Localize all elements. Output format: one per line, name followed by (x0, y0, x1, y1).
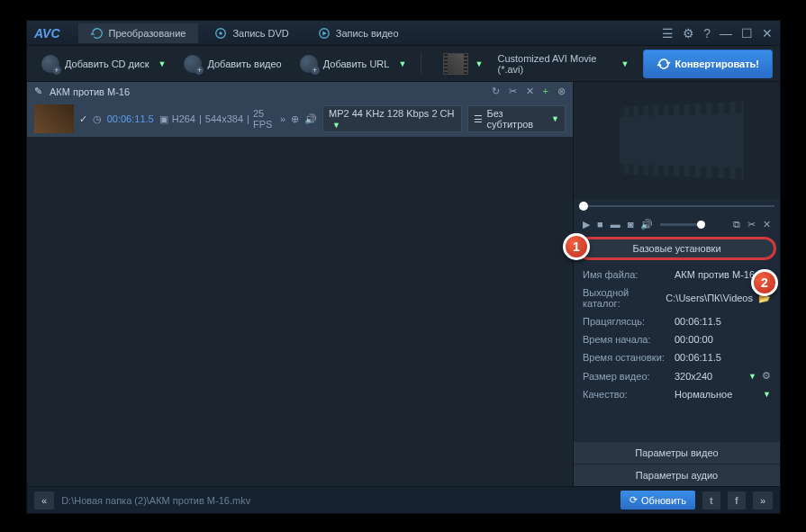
label: Имя файла: (583, 269, 669, 280)
convert-button[interactable]: Конвертировать! (643, 50, 773, 78)
value: 00:06:11.5 (675, 316, 771, 327)
annotation-badge-1: 1 (563, 233, 590, 260)
volume-slider[interactable] (660, 223, 705, 226)
collapse-right-button[interactable]: » (753, 491, 773, 509)
duration: 00:06:11.5 (107, 113, 154, 124)
check-icon[interactable]: ✓ (79, 113, 87, 125)
fx-icon[interactable]: ✕ (763, 219, 771, 230)
outdir-value: C:\Users\ПК\Videos (666, 293, 753, 303)
globe-icon[interactable]: ⊕ (291, 113, 299, 125)
add-video-button[interactable]: Добавить видео (177, 50, 288, 77)
basic-settings: Имя файла: АКМ против М-16 Выходной ката… (574, 262, 780, 407)
section-basic[interactable]: Базовые установки 1 2 (577, 237, 776, 260)
label: Качество: (583, 389, 669, 400)
thumbnail[interactable] (34, 104, 74, 133)
play-icon[interactable]: ▶ (583, 219, 590, 230)
side-panel: ▶ ■ ▬ ◙ 🔊 ⧉ ✂ ✕ Базовые установки 1 2 И (573, 82, 780, 486)
format-select[interactable]: Customized AVI Movie (*.avi) ▼ (486, 53, 639, 75)
video-icon (184, 55, 202, 73)
close-icon[interactable]: ✕ (762, 26, 773, 41)
file-list: ✎ АКМ против М-16 ↻ ✂ ✕ + ⊗ ✓ ◷ 00:06:11… (27, 82, 573, 486)
close-icon[interactable]: ⊗ (557, 86, 566, 97)
tab-label: Запись DVD (232, 28, 288, 39)
arrow-icon: » (280, 113, 285, 124)
row-filename: Имя файла: АКМ против М-16 (583, 266, 771, 284)
chevron-down-icon[interactable]: ▼ (748, 372, 756, 381)
minimize-icon[interactable]: — (720, 26, 732, 41)
titlebar: AVC Преобразование Запись DVD Запись вид… (27, 21, 780, 46)
quality-select[interactable]: Нормальное (675, 389, 754, 400)
facebook-icon[interactable]: f (728, 491, 746, 509)
add-url-button[interactable]: Добавить URL ▼ (293, 50, 414, 77)
row-outdir: Выходной каталог: C:\Users\ПК\Videos 📂 (583, 284, 771, 312)
app-window: AVC Преобразование Запись DVD Запись вид… (26, 20, 781, 514)
chevron-down-icon: ▼ (158, 59, 167, 68)
chevron-down-icon[interactable]: ▼ (475, 59, 484, 68)
tab-video[interactable]: Запись видео (305, 23, 412, 43)
maximize-icon[interactable]: ☐ (741, 26, 753, 41)
gear-icon[interactable]: ⚙ (762, 370, 771, 382)
toolbar: Добавить CD диск ▼ Добавить видео Добави… (27, 46, 780, 82)
label: Выходной каталог: (583, 287, 660, 309)
file-path: D:\Новая папка (2)\АКМ против М-16.mkv (61, 495, 613, 506)
update-button[interactable]: ⟳ Обновить (620, 491, 695, 509)
svg-point-1 (220, 32, 223, 35)
list-item[interactable]: ✎ АКМ против М-16 ↻ ✂ ✕ + ⊗ ✓ ◷ 00:06:11… (27, 82, 573, 137)
size-select[interactable]: 320x240 (675, 371, 739, 382)
annotation-badge-2: 2 (751, 269, 778, 296)
subtitle-select[interactable]: ☰ Без субтитров ▼ (467, 105, 566, 132)
list-icon[interactable]: ☰ (662, 26, 674, 41)
twitter-icon[interactable]: t (702, 491, 720, 509)
separator (421, 53, 421, 75)
section-video[interactable]: Параметры видео (574, 442, 780, 464)
item-title: АКМ против М-16 (50, 86, 130, 97)
mute-icon[interactable]: ▬ (611, 219, 620, 230)
audio-select[interactable]: MP2 44 KHz 128 Kbps 2 CH ▼ (322, 105, 462, 132)
video-icon (318, 27, 331, 40)
gear-icon[interactable]: ⚙ (683, 26, 694, 41)
format-preview-icon[interactable] (443, 53, 468, 75)
sound-icon[interactable]: 🔊 (640, 219, 653, 230)
row-stop: Время остановки: 00:06:11.5 (583, 348, 771, 366)
url-icon (300, 55, 318, 73)
pencil-icon[interactable]: ✎ (34, 86, 42, 97)
seek-bar[interactable] (574, 199, 780, 213)
seek-track (579, 205, 774, 207)
cut-icon[interactable]: ✂ (509, 86, 517, 97)
content: ✎ АКМ против М-16 ↻ ✂ ✕ + ⊗ ✓ ◷ 00:06:11… (27, 82, 780, 486)
btn-label: Добавить видео (207, 59, 281, 69)
label: Працяглясць: (583, 316, 669, 327)
tab-label: Запись видео (336, 28, 399, 39)
film-icon (620, 102, 744, 179)
stop-icon[interactable]: ■ (597, 219, 603, 230)
chevron-down-icon: ▼ (398, 59, 406, 68)
plus-icon[interactable]: + (543, 86, 548, 97)
start-input[interactable]: 00:00:00 (675, 334, 771, 345)
chevron-down-icon: ▼ (621, 59, 629, 68)
popout-icon[interactable]: ⧉ (733, 219, 740, 230)
refresh-icon[interactable]: ↻ (492, 86, 500, 97)
chevron-down-icon[interactable]: ▼ (763, 390, 771, 399)
row-duration: Працяглясць: 00:06:11.5 (583, 312, 771, 330)
tab-convert[interactable]: Преобразование (78, 23, 199, 43)
btn-label: Добавить CD диск (65, 59, 149, 69)
cut-icon[interactable]: ✂ (747, 219, 756, 230)
stop-input[interactable]: 00:06:11.5 (675, 352, 771, 363)
label: Время остановки: (583, 352, 669, 363)
btn-label: Добавить URL (323, 59, 390, 69)
seek-handle[interactable] (579, 202, 588, 211)
tab-dvd[interactable]: Запись DVD (202, 23, 301, 43)
section-audio[interactable]: Параметры аудио (574, 464, 780, 486)
player-controls: ▶ ■ ▬ ◙ 🔊 ⧉ ✂ ✕ (574, 213, 780, 235)
item-header: ✎ АКМ против М-16 ↻ ✂ ✕ + ⊗ (27, 82, 573, 101)
collapse-left-button[interactable]: « (34, 491, 54, 509)
add-cd-button[interactable]: Добавить CD диск ▼ (34, 50, 173, 77)
item-body: ✓ ◷ 00:06:11.5 ▣ H264 | 544x384 | 25 FPS… (27, 101, 573, 137)
camera-icon[interactable]: ◙ (628, 219, 634, 230)
row-size: Размер видео: 320x240 ▼ ⚙ (583, 366, 771, 385)
window-controls: ☰ ⚙ ? — ☐ ✕ (662, 26, 773, 41)
subtitle-icon: ☰ (474, 113, 483, 125)
codec-icon: ▣ (159, 113, 168, 125)
fx-icon[interactable]: ✕ (526, 86, 534, 97)
help-icon[interactable]: ? (703, 26, 711, 41)
